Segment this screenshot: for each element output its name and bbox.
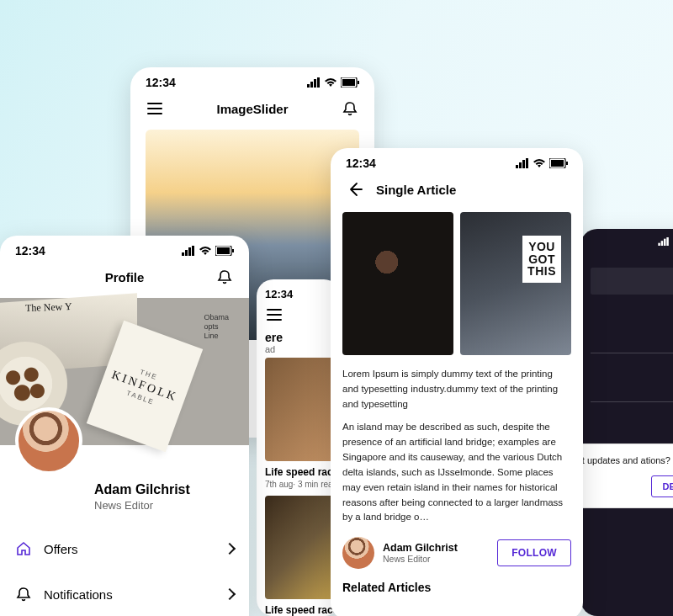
svg-rect-17 [526,158,528,168]
svg-rect-23 [664,239,666,246]
statusbar-time: 12:34 [346,157,376,170]
svg-rect-10 [192,246,194,256]
battery-icon [549,158,568,168]
follow-button[interactable]: FOLLOW [497,539,571,566]
notifications-icon[interactable] [215,268,234,286]
svg-rect-24 [666,237,669,246]
svg-rect-16 [522,160,525,168]
topbar [257,304,341,331]
menu-label: Offers [44,542,214,556]
home-icon [15,540,32,557]
phone-profile: 12:34 Profile The New Y Obama opts Line … [0,236,249,616]
topbar: ImageSlider [130,94,374,130]
statusbar: 12:34 [331,148,583,175]
svg-rect-1 [310,82,313,88]
author-role: News Editor [383,554,489,564]
menu-icon[interactable] [146,99,164,118]
wifi-icon [199,246,212,256]
menu-item-notifications[interactable]: Notifications [15,571,234,616]
back-icon[interactable] [346,180,364,199]
svg-rect-22 [661,241,664,246]
profile-hero: The New Y Obama opts Line THE KINFOLK TA… [0,298,249,445]
popup-message: s get updates and ations? [580,454,673,467]
avatar[interactable] [342,537,374,569]
svg-rect-7 [182,252,184,256]
svg-rect-14 [516,165,518,168]
menu-icon[interactable] [265,305,284,324]
notifications-icon[interactable] [341,99,359,118]
menu-label: Notifications [44,587,214,602]
partial-heading: ere [257,331,341,344]
dark-field-3[interactable] [591,377,673,402]
signal-icon [658,237,670,246]
svg-rect-6 [358,81,359,84]
svg-rect-15 [519,162,522,168]
statusbar-time: 12:34 [146,76,176,89]
statusbar-icons [658,237,673,246]
deny-button[interactable]: DENY [651,475,673,497]
wifi-icon [324,77,337,88]
statusbar: 12:34 [0,236,249,263]
user-name: Adam Gilchrist [94,482,234,497]
statusbar-icons [307,77,359,88]
statusbar: 12:34 [257,279,341,304]
dark-field-2[interactable] [591,328,673,353]
screen-title: Single Article [376,183,456,197]
svg-rect-2 [314,79,316,88]
svg-rect-0 [307,84,310,88]
topbar: Profile [0,263,249,298]
author-name: Adam Gilchrist [383,542,489,554]
article-images [331,210,583,357]
card-meta-1: 7th aug· 3 min rea [265,480,341,489]
article-image-2[interactable] [460,212,571,355]
article-paragraph-1: Lorem Ipsum is simply dummy text of the … [342,367,571,412]
dark-field-1[interactable] [591,268,673,295]
chevron-right-icon [224,588,236,600]
article-author: Adam Gilchrist News Editor FOLLOW [331,528,583,577]
article-paragraph-2: An island may be described as such, desp… [342,420,571,525]
svg-rect-19 [551,160,564,167]
svg-rect-9 [188,247,191,256]
topbar: Single Article [331,175,583,210]
statusbar: 12:34 [130,67,374,94]
svg-rect-3 [317,77,320,88]
statusbar-icons [516,158,568,168]
signal-icon [307,77,321,88]
wifi-icon [533,158,546,168]
author-info: Adam Gilchrist News Editor [383,542,489,564]
avatar[interactable] [15,407,82,475]
signal-icon [516,158,529,168]
statusbar-time: 12:34 [15,244,45,258]
related-heading: Related Articles [331,577,583,597]
statusbar-time: 12:34 [265,288,293,300]
svg-rect-5 [342,79,355,86]
hero-newspaper-text: The New Y [25,300,72,315]
svg-rect-21 [658,243,660,246]
hero-book: THE KINFOLK TABLE [87,321,203,452]
card-title-1[interactable]: Life speed race [265,466,341,478]
statusbar-icons [182,246,234,256]
hero-tag: Obama opts Line [204,313,229,340]
screen-title: Profile [105,270,145,284]
chevron-right-icon [224,543,236,555]
svg-rect-13 [232,249,234,252]
battery-icon [215,246,234,256]
card-title-2[interactable]: Life speed race [265,604,341,616]
article-body: Lorem Ipsum is simply dummy text of the … [331,357,583,528]
card-image-2[interactable] [265,496,341,599]
svg-rect-4 [341,77,357,88]
bell-icon [15,586,32,603]
screen-title: ImageSlider [216,102,288,116]
svg-rect-20 [566,162,568,165]
article-image-1[interactable] [342,212,453,355]
phone-article: 12:34 Single Article Lorem Ipsum is simp… [331,148,583,616]
statusbar [580,229,673,251]
signal-icon [182,246,195,256]
svg-rect-8 [185,250,188,256]
phone-dark-partial: s get updates and ations? DENY 1 [580,229,673,616]
card-image-1[interactable] [265,358,341,461]
partial-sub: ad [257,344,341,354]
user-role: News Editor [94,499,234,512]
menu-item-offers[interactable]: Offers [15,527,234,571]
permission-popup: s get updates and ations? DENY [580,443,673,508]
